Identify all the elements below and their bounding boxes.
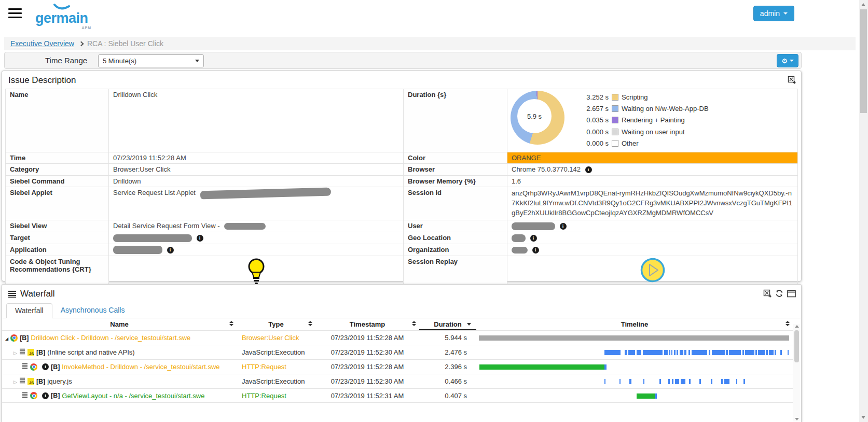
field-value-name: Drilldown Click: [109, 89, 404, 152]
waterfall-row-name[interactable]: (Inline script and native APIs): [47, 348, 134, 356]
scrollbar-thumb[interactable]: [794, 330, 799, 362]
timeline-bar-segment: [669, 350, 670, 355]
waterfall-row[interactable]: i[B]GetViewLayout - n/a - /service_testo…: [2, 388, 793, 403]
field-label-duration: Duration {s}: [404, 89, 507, 152]
timeline-bar-segment: [659, 379, 660, 384]
waterfall-row[interactable]: [B](Inline script and native APIs) JavaS…: [2, 345, 793, 359]
info-icon[interactable]: i: [585, 166, 592, 173]
breadcrumb-link[interactable]: Executive Overview: [10, 39, 74, 48]
waterfall-row-name[interactable]: GetViewLayout - n/a - /service_testoui/s…: [62, 392, 204, 400]
timeline-bar-segment: [637, 393, 655, 399]
info-icon[interactable]: i: [42, 392, 49, 399]
tab-asynchronous-calls[interactable]: Asynchronous Calls: [52, 303, 133, 318]
time-range-toolbar: Time Range 5 Minute(s) ⚙: [4, 52, 802, 69]
scroll-up-icon[interactable]: [861, 3, 865, 6]
waterfall-row[interactable]: i[B]InvokeMethod - Drilldown - /service_…: [2, 359, 793, 374]
waterfall-row-name[interactable]: Drilldown Click - Drilldown - /service_t…: [31, 334, 191, 342]
field-value-time: 07/23/2019 11:52:28 AM: [109, 152, 404, 164]
timeline-bar-segment: [689, 379, 690, 384]
waterfall-timestamp: 07/23/2019 11:52:31 AM: [315, 389, 419, 402]
legend-value: 3.252 s: [580, 93, 609, 101]
info-icon[interactable]: i: [560, 223, 567, 230]
waterfall-duration: 5.944 s: [419, 331, 476, 345]
issue-description-panel: Issue Description Name Drilldown Click D…: [2, 71, 802, 282]
legend-value: 0.000 s: [580, 128, 609, 136]
browser-badge: [B]: [51, 363, 60, 371]
column-header-timeline[interactable]: Timeline: [476, 318, 793, 330]
timeline-bar-segment: [736, 379, 737, 384]
field-label-session-id: Session Id: [404, 187, 507, 220]
user-menu-button[interactable]: admin: [753, 6, 794, 21]
legend-value: 2.657 s: [580, 105, 609, 112]
legend-item: 0.000 s Other: [580, 138, 709, 149]
lightbulb-icon[interactable]: [247, 258, 266, 285]
field-value-browser: Chrome 75.0.3770.142: [512, 165, 581, 173]
browser-badge: [B]: [36, 378, 45, 385]
waterfall-timestamp: 07/23/2019 11:52:30 AM: [315, 345, 419, 359]
timeline-bar-segment: [674, 350, 675, 355]
waterfall-list-icon: [8, 290, 16, 298]
time-range-select[interactable]: 5 Minute(s): [98, 54, 204, 67]
export-icon[interactable]: [763, 289, 771, 298]
collapsed-caret-icon[interactable]: [13, 377, 17, 385]
legend-label: Waiting on N/w-Web-App-DB: [622, 105, 709, 112]
waterfall-row[interactable]: [B]jquery.js JavaScript:Execution 07/23/…: [2, 374, 793, 388]
scroll-down-icon[interactable]: [861, 416, 865, 419]
waterfall-type: HTTP:Request: [237, 389, 315, 402]
info-icon[interactable]: i: [42, 363, 49, 370]
expanded-caret-icon[interactable]: [5, 334, 8, 342]
timeline-bar-segment: [724, 379, 729, 384]
tree-node-icon: [19, 348, 25, 356]
column-header-name[interactable]: Name: [2, 318, 237, 330]
timeline-bar-segment: [699, 379, 700, 384]
info-icon[interactable]: i: [197, 235, 203, 242]
column-header-type[interactable]: Type: [237, 318, 315, 330]
maximize-icon[interactable]: [787, 290, 796, 298]
collapsed-caret-icon[interactable]: [13, 348, 17, 356]
legend-swatch-icon: [612, 94, 618, 101]
play-icon[interactable]: [640, 258, 665, 283]
tab-waterfall[interactable]: Waterfall: [6, 303, 52, 318]
legend-swatch-icon: [612, 129, 618, 135]
refresh-icon[interactable]: [775, 289, 783, 298]
page-scrollbar[interactable]: [859, 0, 868, 422]
breadcrumb-current: RCA : Siebel User Click: [87, 39, 163, 48]
breadcrumb: Executive Overview RCA : Siebel User Cli…: [4, 37, 856, 50]
field-label-siebel-applet: Siebel Applet: [6, 187, 109, 220]
legend-label: Waiting on user input: [622, 128, 685, 136]
legend-swatch-icon: [612, 140, 618, 147]
field-value-browser-memory: 1.6: [507, 176, 798, 187]
sort-icon: [786, 321, 790, 326]
app-logo[interactable]: germain APM: [35, 4, 92, 28]
scroll-down-icon[interactable]: [795, 418, 799, 420]
field-value-color: ORANGE: [507, 152, 798, 164]
hamburger-icon[interactable]: [8, 8, 22, 19]
chrome-icon: [10, 334, 18, 342]
timeline-bar-segment: [629, 379, 631, 384]
logo-subtext: APM: [81, 26, 91, 30]
field-label-category: Category: [6, 164, 109, 176]
waterfall-row-name[interactable]: InvokeMethod - Drilldown - /service_test…: [62, 363, 219, 371]
waterfall-timeline: [478, 374, 791, 388]
issue-panel-title: Issue Description: [2, 71, 801, 89]
waterfall-row-name[interactable]: jquery.js: [47, 377, 72, 385]
settings-button[interactable]: ⚙: [777, 54, 798, 67]
waterfall-row[interactable]: [B]Drilldown Click - Drilldown - /servic…: [2, 330, 793, 345]
chart-legend: 3.252 s Scripting 2.657 s Waiting on N/w…: [580, 91, 709, 149]
waterfall-name-cell: [B](Inline script and native APIs): [2, 345, 237, 359]
timeline-bar-segment: [680, 350, 683, 355]
column-header-timestamp[interactable]: Timestamp: [315, 318, 419, 330]
column-header-duration[interactable]: Duration: [419, 318, 476, 330]
waterfall-scrollbar[interactable]: [793, 324, 800, 421]
field-label-crt: Code & Object Tuning Recommendations {CR…: [6, 256, 109, 288]
info-icon[interactable]: i: [532, 247, 539, 254]
timeline-bar-segment: [769, 350, 774, 355]
scroll-up-icon[interactable]: [795, 325, 799, 328]
export-icon[interactable]: [788, 76, 796, 84]
scrollbar-thumb[interactable]: [860, 9, 867, 113]
info-icon[interactable]: i: [167, 247, 174, 254]
timeline-bar-segment: [745, 350, 755, 355]
timeline-bar-segment: [675, 379, 679, 384]
waterfall-type: Browser:User Click: [237, 331, 315, 345]
info-icon[interactable]: i: [530, 235, 537, 242]
